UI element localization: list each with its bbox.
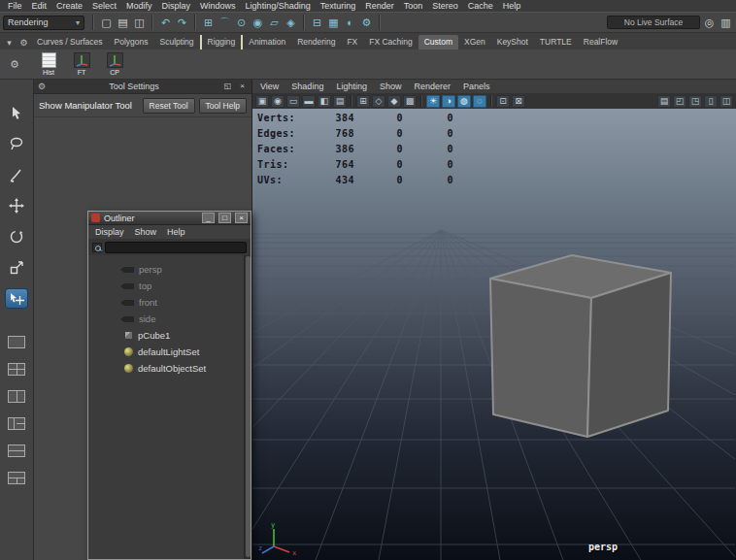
film-gate-icon[interactable] (286, 95, 300, 108)
use-all-lights-icon[interactable] (426, 95, 440, 108)
live-surface-field[interactable]: No Live Surface (607, 16, 700, 29)
rotate-tool-button[interactable] (6, 227, 27, 246)
outliner-item-front[interactable]: front (88, 294, 251, 311)
shelf-tab-fx[interactable]: FX (341, 35, 363, 49)
shelf-tabs-menu-icon[interactable] (2, 38, 17, 49)
outliner-menu-show[interactable]: Show (135, 227, 157, 237)
save-scene-icon[interactable] (132, 16, 147, 30)
xray-mode-icon[interactable] (512, 95, 525, 108)
close-icon[interactable]: × (235, 213, 248, 223)
ambient-occlusion-icon[interactable] (457, 95, 471, 108)
vp-menu-view[interactable]: View (260, 82, 279, 91)
scrollbar-thumb[interactable] (246, 256, 251, 557)
filter-icon[interactable] (92, 243, 102, 252)
menu-edit[interactable]: Edit (27, 0, 52, 12)
viewport-canvas[interactable]: Verts: 384 0 0 Edges: 768 0 0 Faces: 386… (252, 109, 736, 560)
motion-blur-icon[interactable] (473, 95, 486, 108)
menu-windows[interactable]: Windows (195, 0, 241, 12)
shelf-item-hist[interactable]: Hist (37, 52, 60, 76)
shelf-item-ft[interactable]: FT (70, 52, 93, 76)
panel-close-icon[interactable]: × (237, 82, 248, 91)
field-chart-icon[interactable] (333, 95, 347, 108)
snap-to-curve-icon[interactable] (217, 16, 232, 30)
maximize-icon[interactable]: □ (218, 213, 231, 223)
ipr-render-icon[interactable] (343, 16, 357, 30)
render-settings-icon[interactable] (359, 16, 374, 30)
menu-file[interactable]: File (3, 0, 27, 12)
shelf-tab-animation[interactable]: Animation (243, 35, 291, 49)
shelf-tab-custom[interactable]: Custom (418, 35, 458, 49)
outliner-menu-display[interactable]: Display (95, 227, 124, 237)
shelf-tab-keyshot[interactable]: KeyShot (491, 35, 534, 49)
vp-menu-lighting[interactable]: Lighting (336, 82, 367, 91)
layout-three-pane-left-button[interactable] (8, 417, 25, 430)
menu-render[interactable]: Render (360, 0, 399, 12)
construction-history-icon[interactable] (310, 16, 324, 30)
outliner-item-defaultlightset[interactable]: defaultLightSet (88, 344, 251, 360)
show-manipulator-tool-button[interactable] (6, 289, 27, 308)
paint-select-tool-button[interactable] (6, 165, 27, 183)
menu-cache[interactable]: Cache (463, 0, 498, 12)
channel-box-toggle-icon[interactable] (688, 95, 702, 108)
shelf-tab-sculpting[interactable]: Sculpting (154, 35, 202, 49)
snap-to-view-plane-icon[interactable] (267, 16, 282, 30)
menu-set-selector[interactable]: Rendering ▾ (3, 16, 84, 30)
scale-tool-button[interactable] (6, 258, 27, 277)
snap-to-projected-center-icon[interactable] (251, 16, 265, 30)
snap-to-grid-icon[interactable] (201, 16, 216, 30)
layout-two-pane-side-button[interactable] (8, 390, 25, 403)
toolbox-toggle-icon[interactable] (673, 95, 686, 108)
menu-lighting-shading[interactable]: Lighting/Shading (241, 0, 316, 12)
selection-mask-icon[interactable] (702, 16, 717, 30)
shelf-item-cp[interactable]: CP (103, 52, 126, 76)
outliner-search-input[interactable] (105, 242, 247, 253)
render-current-frame-icon[interactable] (326, 16, 341, 30)
vp-menu-show[interactable]: Show (380, 82, 402, 91)
textured-mode-icon[interactable] (403, 95, 417, 108)
tool-settings-header[interactable]: Tool Settings ◱ × (34, 80, 251, 94)
resolution-gate-icon[interactable] (302, 95, 316, 108)
menu-create[interactable]: Create (51, 0, 87, 12)
shelf-tab-rendering[interactable]: Rendering (291, 35, 341, 49)
outliner-item-pcube1[interactable]: pCube1 (88, 327, 251, 344)
outliner-titlebar[interactable]: Outliner _ □ × (88, 212, 251, 225)
lock-camera-icon[interactable] (271, 95, 284, 108)
shelf-tab-turtle[interactable]: TURTLE (534, 35, 578, 49)
grid-toggle-icon[interactable] (356, 95, 370, 108)
outliner-item-side[interactable]: side (88, 311, 251, 327)
minimize-icon[interactable]: _ (202, 213, 215, 223)
panel-float-icon[interactable]: ◱ (222, 82, 233, 91)
new-scene-icon[interactable] (99, 16, 114, 30)
outliner-menu-help[interactable]: Help (167, 227, 185, 237)
outliner-item-top[interactable]: top (88, 278, 251, 294)
lasso-tool-button[interactable] (6, 134, 27, 152)
vp-menu-renderer[interactable]: Renderer (414, 82, 451, 91)
shelf-tab-realflow[interactable]: RealFlow (578, 35, 623, 49)
pane-layout-icon[interactable] (719, 95, 733, 108)
shadows-toggle-icon[interactable] (442, 95, 455, 108)
layout-three-pane-top-button[interactable] (8, 472, 25, 484)
shelf-options-icon[interactable] (17, 38, 31, 49)
wireframe-mode-icon[interactable] (372, 95, 385, 108)
menu-modify[interactable]: Modify (121, 0, 157, 12)
layout-single-pane-button[interactable] (8, 336, 25, 348)
shelf-tab-fx-caching[interactable]: FX Caching (363, 35, 418, 49)
snap-to-point-icon[interactable] (234, 16, 249, 30)
select-tool-button[interactable] (6, 103, 27, 121)
layout-two-pane-stacked-button[interactable] (8, 445, 25, 457)
shelf-editor-icon[interactable] (2, 58, 27, 71)
shelf-tab-curves-surfaces[interactable]: Curves / Surfaces (31, 35, 109, 49)
gate-mask-icon[interactable] (318, 95, 331, 108)
menu-toon[interactable]: Toon (399, 0, 428, 12)
reset-tool-button[interactable]: Reset Tool (143, 98, 195, 114)
shaded-mode-icon[interactable] (387, 95, 401, 108)
vp-menu-panels[interactable]: Panels (463, 82, 490, 91)
outliner-scrollbar[interactable] (244, 255, 251, 559)
menu-texturing[interactable]: Texturing (316, 0, 361, 12)
move-tool-button[interactable] (6, 196, 27, 214)
menu-select[interactable]: Select (87, 0, 121, 12)
vp-menu-shading[interactable]: Shading (291, 82, 323, 91)
side-panel-toggle-icon[interactable] (704, 95, 718, 108)
layout-four-pane-button[interactable] (8, 363, 25, 376)
menu-stereo[interactable]: Stereo (427, 0, 463, 12)
